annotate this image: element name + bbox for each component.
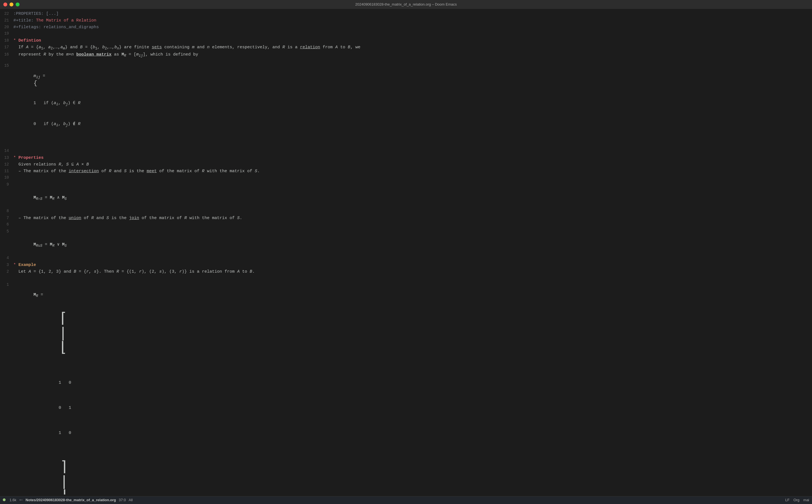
status-minor-mode: mai xyxy=(803,497,809,503)
line-num-22: 22 xyxy=(0,11,13,17)
line-content-17: If A = {a1, a2,…,am} and B = {b1, b2,…,b… xyxy=(13,44,809,51)
line-content-12: Given relations R, S ⊆ A × B xyxy=(13,161,809,168)
line-21: 21 #+title: The Matrix of a Relation xyxy=(0,17,809,24)
status-encoding: LF xyxy=(785,497,789,503)
line-num-1: 1 xyxy=(0,276,13,288)
line-11: 11 – The matrix of the intersection of R… xyxy=(0,168,809,175)
line-22: 22 :PROPERTIES: [...] xyxy=(0,11,809,17)
line-content-5: MR∪S = MR ∨ MS xyxy=(13,228,809,255)
line-6: 6 xyxy=(0,222,809,228)
line-3: 3 * Example xyxy=(0,262,809,268)
traffic-lights xyxy=(3,3,20,6)
line-num-4: 4 xyxy=(0,255,13,261)
line-num-16: 16 xyxy=(0,52,13,58)
status-arrow: 🡐 xyxy=(19,497,23,503)
line-16: 16 represent R by the m×n boolean matrix… xyxy=(0,51,809,59)
statusbar: 1.6k 🡐 Notes/20240906183028-the_matrix_o… xyxy=(0,496,812,504)
maximize-button[interactable] xyxy=(16,3,20,6)
line-num-10: 10 xyxy=(0,175,13,181)
line-content-22: :PROPERTIES: [...] xyxy=(13,11,809,17)
line-content-15: mij = { 1 if (ai, bj) ∈ R 0 if (ai, bj) … xyxy=(13,60,809,148)
line-content-1: MR = ⌈|⌊ 1 0 0 1 1 0 ⌉|⌋ xyxy=(13,276,809,495)
line-num-18: 18 xyxy=(0,38,13,44)
line-content-13: * Properties xyxy=(13,155,809,161)
line-content-3: * Example xyxy=(13,262,809,268)
line-num-20: 20 xyxy=(0,24,13,30)
line-num-5: 5 xyxy=(0,229,13,235)
line-7: 7 – The matrix of the union of R and S i… xyxy=(0,215,809,222)
line-1: 1 MR = ⌈|⌊ 1 0 0 1 1 0 ⌉|⌋ xyxy=(0,275,809,495)
line-content-20: #+filetags: relations_and_digraphs xyxy=(13,24,809,30)
line-num-7: 7 xyxy=(0,215,13,221)
line-content-2: Let A = {1, 2, 3} and B = {r, s}. Then R… xyxy=(13,268,809,275)
status-dot xyxy=(3,498,6,501)
line-12: 12 Given relations R, S ⊆ A × B xyxy=(0,161,809,168)
status-right: LF Org mai xyxy=(785,497,809,503)
line-8: 8 xyxy=(0,208,809,215)
titlebar: 20240906183028-the_matrix_of_a_relation.… xyxy=(0,0,812,9)
line-17: 17 If A = {a1, a2,…,am} and B = {b1, b2,… xyxy=(0,44,809,51)
line-num-9: 9 xyxy=(0,182,13,188)
line-20: 20 #+filetags: relations_and_digraphs xyxy=(0,24,809,31)
line-num-6: 6 xyxy=(0,222,13,228)
line-15: 15 mij = { 1 if (ai, bj) ∈ R 0 if (ai, b… xyxy=(0,59,809,148)
line-num-14: 14 xyxy=(0,148,13,154)
line-13: 13 * Properties xyxy=(0,155,809,161)
minimize-button[interactable] xyxy=(9,3,13,6)
editor: 22 :PROPERTIES: [...] 21 #+title: The Ma… xyxy=(0,9,812,496)
line-content-16: represent R by the m×n boolean matrix as… xyxy=(13,51,809,59)
line-num-13: 13 xyxy=(0,155,13,161)
line-num-12: 12 xyxy=(0,162,13,168)
status-path: Notes/20240906183028-the_matrix_of_a_rel… xyxy=(26,497,116,503)
line-content-9: MR∩S = MR ∧ MS xyxy=(13,181,809,208)
line-num-2: 2 xyxy=(0,269,13,275)
line-num-3: 3 xyxy=(0,262,13,268)
line-num-8: 8 xyxy=(0,208,13,214)
line-5: 5 MR∪S = MR ∨ MS xyxy=(0,228,809,255)
status-position: 37:0 xyxy=(119,497,126,503)
line-19: 19 xyxy=(0,31,809,37)
line-content-7: – The matrix of the union of R and S is … xyxy=(13,215,809,221)
editor-content: 22 :PROPERTIES: [...] 21 #+title: The Ma… xyxy=(0,11,812,495)
line-num-17: 17 xyxy=(0,44,13,51)
line-9: 9 MR∩S = MR ∧ MS xyxy=(0,181,809,208)
line-2: 2 Let A = {1, 2, 3} and B = {r, s}. Then… xyxy=(0,268,809,275)
status-mode: All xyxy=(129,497,133,503)
window-title: 20240906183028-the_matrix_of_a_relation.… xyxy=(355,2,457,7)
line-18: 18 * Defintion xyxy=(0,37,809,44)
line-content-21: #+title: The Matrix of a Relation xyxy=(13,17,809,24)
line-content-11: – The matrix of the intersection of R an… xyxy=(13,168,809,174)
status-size: 1.6k xyxy=(9,497,16,503)
line-num-15: 15 xyxy=(0,60,13,69)
line-10: 10 xyxy=(0,175,809,181)
line-num-11: 11 xyxy=(0,168,13,174)
line-content-18: * Defintion xyxy=(13,37,809,44)
line-14: 14 xyxy=(0,148,809,155)
status-indicator xyxy=(3,497,7,503)
line-num-21: 21 xyxy=(0,18,13,24)
line-4: 4 xyxy=(0,255,809,262)
close-button[interactable] xyxy=(3,3,7,6)
status-major-mode: Org xyxy=(793,497,799,503)
line-num-19: 19 xyxy=(0,31,13,37)
